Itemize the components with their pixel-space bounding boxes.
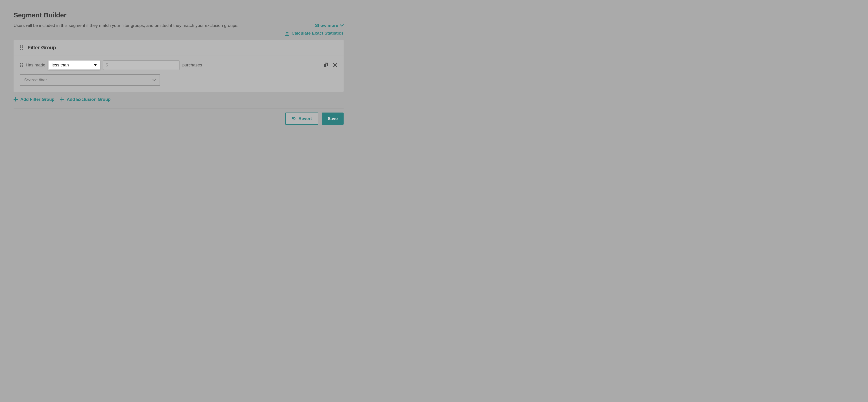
save-button[interactable]: Save: [322, 113, 344, 125]
value-input[interactable]: [103, 60, 180, 70]
filter-prefix-label: Has made: [26, 63, 45, 68]
remove-button[interactable]: [333, 63, 337, 67]
calculate-statistics-button[interactable]: Calculate Exact Statistics: [285, 31, 344, 36]
svg-rect-17: [22, 65, 23, 65]
close-icon: [333, 63, 337, 67]
divider: [13, 108, 344, 109]
svg-rect-11: [22, 47, 23, 49]
add-filter-group-label: Add Filter Group: [20, 97, 55, 102]
svg-point-4: [287, 33, 288, 34]
svg-rect-13: [22, 49, 23, 50]
page-title: Segment Builder: [13, 11, 344, 19]
svg-point-6: [287, 34, 287, 35]
svg-rect-8: [20, 45, 21, 47]
operator-select-value: less than: [52, 63, 69, 68]
svg-rect-21: [324, 64, 327, 67]
filter-suffix-label: purchases: [182, 63, 202, 68]
chevron-down-icon: [340, 24, 344, 27]
filter-group-title: Filter Group: [28, 45, 56, 51]
svg-point-3: [287, 33, 287, 34]
plus-icon: [60, 97, 64, 101]
svg-rect-10: [20, 47, 21, 49]
save-label: Save: [328, 116, 338, 121]
svg-rect-9: [22, 45, 23, 47]
undo-icon: [291, 116, 296, 121]
filter-condition-row: Has made less than purchases: [20, 60, 337, 70]
svg-point-2: [286, 33, 286, 34]
add-exclusion-group-label: Add Exclusion Group: [67, 97, 111, 102]
drag-handle-icon[interactable]: [20, 63, 23, 67]
show-more-label: Show more: [315, 23, 338, 28]
svg-rect-15: [22, 63, 23, 64]
operator-select[interactable]: less than: [48, 60, 100, 70]
caret-down-icon: [94, 64, 97, 66]
svg-point-5: [286, 34, 286, 35]
add-exclusion-group-button[interactable]: Add Exclusion Group: [60, 97, 111, 102]
chevron-down-icon: [152, 79, 156, 81]
add-filter-group-button[interactable]: Add Filter Group: [13, 97, 55, 102]
svg-rect-12: [20, 49, 21, 50]
revert-label: Revert: [298, 116, 312, 121]
svg-rect-14: [20, 63, 21, 64]
filter-group-panel: Filter Group Has made less than purchase…: [13, 40, 344, 92]
svg-rect-18: [20, 66, 21, 67]
calculator-icon: [285, 31, 289, 36]
description-text: Users will be included in this segment i…: [13, 23, 239, 28]
svg-rect-19: [22, 66, 23, 67]
svg-rect-16: [20, 65, 21, 65]
svg-rect-1: [286, 32, 288, 33]
svg-point-7: [287, 34, 288, 35]
copy-icon: [324, 63, 328, 68]
revert-button[interactable]: Revert: [285, 113, 318, 125]
duplicate-button[interactable]: [324, 63, 328, 68]
search-filter-input[interactable]: Search filter...: [20, 74, 160, 86]
calculate-statistics-label: Calculate Exact Statistics: [291, 31, 344, 36]
show-more-button[interactable]: Show more: [315, 23, 344, 28]
search-filter-placeholder: Search filter...: [24, 78, 51, 83]
plus-icon: [13, 97, 18, 101]
drag-handle-icon[interactable]: [20, 45, 24, 50]
